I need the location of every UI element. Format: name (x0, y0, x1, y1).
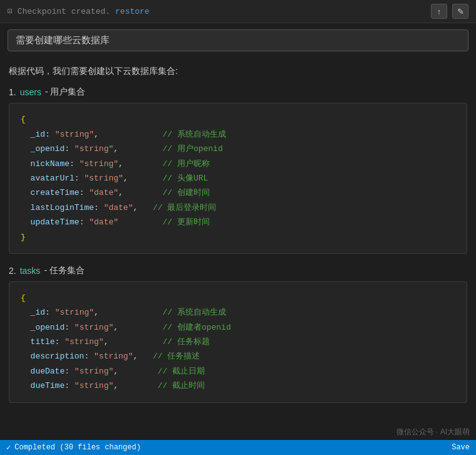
field-updatetime: updateTime: "date" // 更新时间 (21, 215, 455, 229)
task-field-duetime: dueTime: "string", // 截止时间 (21, 379, 455, 393)
main-content: 根据代码，我们需要创建以下云数据库集合: 1. users - 用户集合 { _… (0, 58, 476, 421)
intro-text: 根据代码，我们需要创建以下云数据库集合: (9, 64, 467, 78)
collection-tasks-title: 2. tasks - 任务集合 (9, 265, 467, 276)
collection-2-number: 2. (9, 266, 16, 276)
upload-button[interactable]: ↑ (431, 4, 447, 19)
field-lastlogintime: lastLoginTime: "date", // 最后登录时间 (21, 201, 455, 215)
field-openid-users: _openid: "string", // 用户openid (21, 142, 455, 156)
collection-2-desc: - 任务集合 (44, 265, 85, 276)
collection-1-number: 1. (9, 87, 16, 97)
field-id: _id: "string", // 系统自动生成 (21, 127, 455, 142)
field-nickname: nickName: "string", // 用户昵称 (21, 157, 455, 171)
task-field-id: _id: "string", // 系统自动生成 (21, 305, 455, 320)
close-brace-users: } (21, 230, 455, 244)
task-field-duedate: dueDate: "string", // 截止日期 (21, 364, 455, 379)
task-field-title: title: "string", // 任务标题 (21, 335, 455, 349)
collection-1-name: users (20, 87, 41, 97)
code-block-tasks: { _id: "string", // 系统自动生成 _openid: "str… (9, 281, 467, 403)
save-label[interactable]: Save (452, 443, 470, 452)
collection-2-name: tasks (20, 266, 41, 276)
edit-button[interactable]: ✎ (452, 4, 468, 19)
watermark: 微信公众号 · AI大眼萌 (396, 427, 470, 437)
checkpoint-icon: ⊡ (8, 6, 13, 16)
collection-users-title: 1. users - 用户集合 (9, 86, 467, 98)
status-check-icon: ✓ (6, 443, 11, 452)
top-actions: ↑ ✎ (431, 4, 468, 19)
field-avatarurl: avatarUrl: "string", // 头像URL (21, 171, 455, 186)
status-text: Completed (30 files changed) (14, 443, 141, 452)
status-bar: ✓ Completed (30 files changed) Save (0, 440, 476, 455)
checkpoint-text: Checkpoint created. (18, 7, 110, 16)
field-createtime: createTime: "date", // 创建时间 (21, 186, 455, 200)
open-brace-users: { (21, 112, 455, 127)
open-brace-tasks: { (21, 291, 455, 305)
task-field-openid: _openid: "string", // 创建者openid (21, 320, 455, 335)
restore-link[interactable]: restore (115, 7, 150, 16)
status-left: ✓ Completed (30 files changed) (6, 443, 141, 452)
collection-1-desc: - 用户集合 (45, 86, 86, 98)
top-bar: ⊡ Checkpoint created. restore ↑ ✎ (0, 0, 476, 23)
task-field-description: description: "string", // 任务描述 (21, 349, 455, 363)
search-input[interactable] (8, 29, 468, 51)
code-block-users: { _id: "string", // 系统自动生成 _openid: "str… (9, 103, 467, 254)
